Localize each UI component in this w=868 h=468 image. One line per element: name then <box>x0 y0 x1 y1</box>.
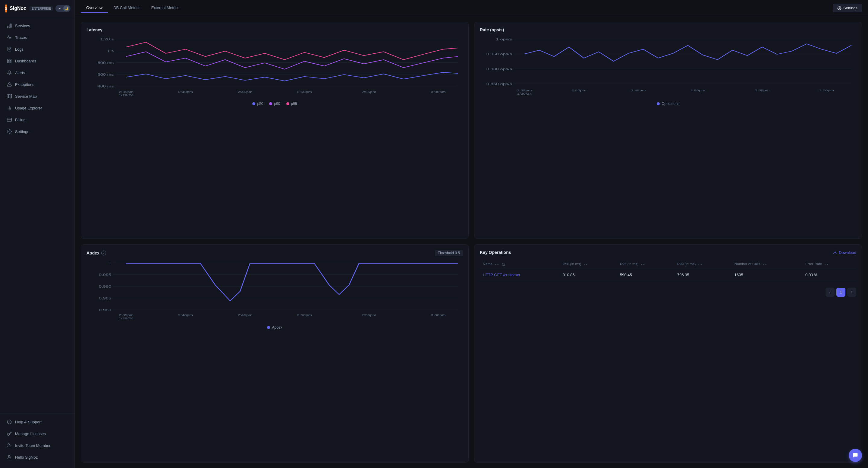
search-in-col-icon[interactable] <box>501 263 505 266</box>
svg-rect-2 <box>7 26 8 27</box>
sidebar-item-services[interactable]: Services <box>2 20 73 31</box>
settings-icon <box>7 129 12 134</box>
p99-dot <box>286 102 289 105</box>
light-theme-btn[interactable]: ☀ <box>57 5 63 11</box>
name-sort-icon: ▲▼ <box>494 263 499 266</box>
svg-text:2:50pm: 2:50pm <box>690 89 705 92</box>
svg-text:0.950 ops/s: 0.950 ops/s <box>487 53 512 56</box>
svg-text:0.980: 0.980 <box>99 308 112 312</box>
sidebar-nav: Services Traces Logs Dashboards <box>0 17 74 413</box>
svg-text:2:35pm: 2:35pm <box>119 90 133 94</box>
svg-text:600 ms: 600 ms <box>98 73 114 76</box>
svg-rect-7 <box>10 61 11 63</box>
svg-text:3:00pm: 3:00pm <box>431 90 445 94</box>
svg-text:0.900 ops/s: 0.900 ops/s <box>487 67 512 71</box>
svg-text:2:35pm: 2:35pm <box>517 89 532 92</box>
pagination: ‹ 1 › <box>480 288 856 297</box>
sidebar-item-exceptions-label: Exceptions <box>15 82 34 87</box>
latency-svg: 1.20 s 1 s 800 ms 600 ms 400 ms 2:35pm 1… <box>87 36 463 96</box>
dark-theme-btn[interactable]: 🌙 <box>63 5 69 11</box>
sidebar-item-usage-explorer-label: Usage Explorer <box>15 106 42 110</box>
settings-button[interactable]: Settings <box>833 4 862 12</box>
sidebar-item-hello-signoz[interactable]: Hello SigNoz <box>2 451 73 463</box>
tab-db-call-metrics[interactable]: DB Call Metrics <box>108 3 146 13</box>
p50-sort-icon: ▲▼ <box>583 263 588 266</box>
svg-text:1: 1 <box>108 261 111 265</box>
svg-point-19 <box>9 131 10 132</box>
tab-overview[interactable]: Overview <box>81 3 108 13</box>
legend-p99: p99 <box>286 101 297 106</box>
col-p50[interactable]: P50 (in ms) ▲▼ <box>560 260 617 269</box>
latency-chart: 1.20 s 1 s 800 ms 600 ms 400 ms 2:35pm 1… <box>87 36 463 96</box>
sidebar-bottom: Help & Support Manage Licenses Invite Te… <box>0 413 74 468</box>
p50-dot <box>252 102 255 105</box>
operations-label: Operations <box>661 101 679 106</box>
tab-external-metrics[interactable]: External Metrics <box>146 3 185 13</box>
logo-icon: S <box>5 4 7 13</box>
sidebar-item-settings[interactable]: Settings <box>2 126 73 137</box>
sidebar-item-traces[interactable]: Traces <box>2 32 73 43</box>
svg-text:1/29/24: 1/29/24 <box>517 92 532 95</box>
sidebar-item-usage-explorer[interactable]: Usage Explorer <box>2 102 73 114</box>
svg-rect-17 <box>7 118 12 121</box>
apdex-chart: 1 0.995 0.990 0.985 0.980 2:35pm 1/29/24… <box>87 260 463 320</box>
svg-point-77 <box>502 263 504 265</box>
svg-text:1 s: 1 s <box>107 50 114 53</box>
sidebar-item-billing[interactable]: Billing <box>2 114 73 125</box>
svg-text:2:45pm: 2:45pm <box>238 90 252 94</box>
prev-page-btn[interactable]: ‹ <box>826 288 835 297</box>
sidebar-item-dashboards-label: Dashboards <box>15 59 36 63</box>
apdex-title: Apdex <box>87 251 99 255</box>
svg-rect-8 <box>7 61 9 63</box>
chat-bubble[interactable] <box>849 449 862 462</box>
svg-point-22 <box>8 444 9 445</box>
svg-text:2:55pm: 2:55pm <box>361 90 376 94</box>
rate-legend: Operations <box>480 101 856 106</box>
sidebar-item-invite-team[interactable]: Invite Team Member <box>2 440 73 451</box>
error-rate-sort-icon: ▲▼ <box>824 263 829 266</box>
sidebar-item-dashboards[interactable]: Dashboards <box>2 55 73 67</box>
apdex-legend: Apdex <box>87 325 463 330</box>
sidebar-item-exceptions[interactable]: Exceptions <box>2 79 73 90</box>
svg-marker-11 <box>7 94 12 98</box>
apdex-help-icon[interactable]: ? <box>101 251 106 255</box>
p90-label: p90 <box>274 101 280 106</box>
rate-chart: 1 ops/s 0.950 ops/s 0.900 ops/s 0.850 op… <box>480 36 856 96</box>
sidebar-item-manage-licenses[interactable]: Manage Licenses <box>2 428 73 439</box>
col-error-rate[interactable]: Error Rate ▲▼ <box>802 260 856 269</box>
apdex-title-group: Apdex ? <box>87 251 106 255</box>
svg-text:2:35pm: 2:35pm <box>119 314 133 317</box>
sidebar-item-alerts[interactable]: Alerts <box>2 67 73 79</box>
svg-text:2:45pm: 2:45pm <box>631 89 646 92</box>
rate-title: Rate (ops/s) <box>480 27 856 32</box>
col-name[interactable]: Name ▲▼ <box>480 260 560 269</box>
sidebar-item-service-map[interactable]: Service Map <box>2 90 73 102</box>
svg-text:0.990: 0.990 <box>99 285 112 288</box>
col-p99[interactable]: P99 (in ms) ▲▼ <box>674 260 732 269</box>
apdex-svg: 1 0.995 0.990 0.985 0.980 2:35pm 1/29/24… <box>87 260 463 320</box>
p95-sort-icon: ▲▼ <box>641 263 645 266</box>
p90-dot <box>269 102 272 105</box>
sidebar-item-services-label: Services <box>15 24 30 28</box>
sidebar-item-help[interactable]: Help & Support <box>2 416 73 428</box>
user-plus-icon <box>7 443 12 448</box>
svg-line-78 <box>504 265 504 266</box>
svg-text:1 ops/s: 1 ops/s <box>496 38 512 41</box>
operations-table: Name ▲▼ P50 (in ms) ▲▼ P95 (in ms) ▲▼ <box>480 260 856 281</box>
calls-sort-icon: ▲▼ <box>762 263 767 266</box>
sidebar: S SigNoz ENTERPRISE ☀ 🌙 Services Traces <box>0 0 75 468</box>
page-1-btn[interactable]: 1 <box>836 288 845 297</box>
grid-icon <box>7 58 12 64</box>
sidebar-item-traces-label: Traces <box>15 35 27 40</box>
svg-text:2:50pm: 2:50pm <box>297 90 312 94</box>
svg-text:0.985: 0.985 <box>99 296 112 300</box>
download-button[interactable]: Download <box>833 250 856 255</box>
op-name[interactable]: HTTP GET /customer <box>480 269 560 281</box>
col-calls[interactable]: Number of Calls ▲▼ <box>732 260 802 269</box>
sidebar-item-manage-licenses-label: Manage Licenses <box>15 432 46 436</box>
col-p95[interactable]: P95 (in ms) ▲▼ <box>617 260 674 269</box>
sidebar-item-logs[interactable]: Logs <box>2 43 73 55</box>
activity-icon <box>7 35 12 40</box>
theme-toggle[interactable]: ☀ 🌙 <box>56 5 70 12</box>
next-page-btn[interactable]: › <box>847 288 856 297</box>
